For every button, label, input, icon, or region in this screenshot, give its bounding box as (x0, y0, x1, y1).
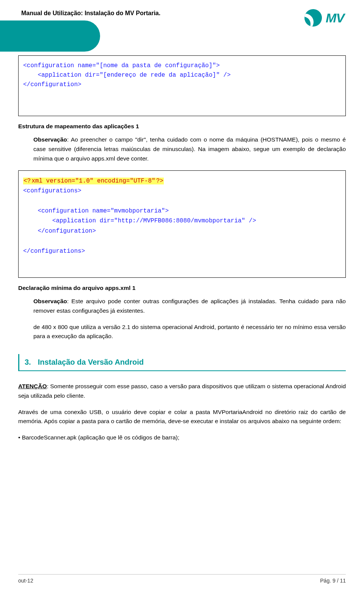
xml-decl-close: ?> (156, 178, 164, 184)
label-observacao: Observação (33, 136, 67, 143)
label-atencao: ATENÇÃO (18, 383, 47, 389)
code-line: <configuration name="[nome da pasta de c… (23, 61, 341, 71)
bullet-barcode-scanner: • BarcodeScanner.apk (aplicação que lê o… (18, 433, 346, 442)
code-attr: name="[nome da pasta de configuração]"> (78, 62, 220, 69)
mv-logo-icon (304, 9, 322, 27)
paragraph-text: : Somente prosseguir com esse passo, cas… (18, 383, 346, 399)
code-attr: dir="[endereço de rede da aplicação]" /> (85, 72, 231, 79)
code-box-structure: <configuration name="[nome da pasta de c… (18, 55, 346, 116)
mv-logo-text: MV (326, 11, 344, 25)
page-header: Manual de Utilização: Instalação do MV P… (18, 0, 346, 52)
section-heading-3: 3. Instalação da Versão Android (18, 354, 346, 371)
figure-caption-1: Estrutura de mapeamento das aplicações 1 (18, 123, 346, 130)
paragraph-screen-res: de 480 x 800 que utiliza a versão 2.1 do… (18, 323, 346, 342)
paragraph-observation-2: Observação: Este arquivo pode conter out… (18, 297, 346, 316)
code-line: <configurations> (23, 187, 82, 194)
paragraph-usb-copy: Através de uma conexão USB, o usuário de… (18, 408, 346, 427)
footer-page: Pág. 9 / 11 (320, 578, 346, 584)
code-line: <configuration name="mvmobportaria"> (23, 208, 169, 214)
mv-logo: MV (304, 9, 344, 27)
code-tag: <application (38, 72, 85, 79)
code-indent (23, 72, 38, 79)
code-line: </configuration> (23, 228, 96, 235)
paragraph-text: : Este arquivo pode conter outras config… (33, 298, 346, 314)
paragraph-atencao: ATENÇÃO: Somente prosseguir com esse pas… (18, 382, 346, 401)
code-line: <application dir="[endereço de rede da a… (23, 71, 341, 80)
code-line: </configurations> (23, 248, 85, 255)
content: <configuration name="[nome da pasta de c… (18, 55, 346, 442)
code-line: <application dir="http://MVPFB086:8080/m… (23, 217, 256, 224)
paragraph-text: : Ao preencher o campo "dir", tenha cuid… (33, 136, 346, 162)
page: Manual de Utilização: Instalação do MV P… (0, 0, 364, 592)
label-observacao: Observação (33, 298, 67, 304)
xml-decl-body: xml version="1.0" encoding="UTF-8" (31, 178, 155, 184)
paragraph-observation-1: Observação: Ao preencher o campo "dir", … (18, 135, 346, 163)
header-accent-tab (0, 20, 100, 52)
figure-caption-2: Declaração mínima do arquivo apps.xml 1 (18, 285, 346, 291)
header-left: Manual de Utilização: Instalação do MV P… (18, 7, 160, 52)
code-box-example: <?xml version="1.0" encoding="UTF-8"?> <… (18, 170, 346, 278)
section-title: Instalação da Versão Android (38, 358, 144, 367)
xml-decl-open: <? (23, 178, 31, 184)
code-line: </configuration> (23, 80, 341, 90)
footer-date: out-12 (18, 578, 33, 584)
code-tag: <configuration (23, 62, 78, 69)
page-footer: out-12 Pág. 9 / 11 (18, 574, 346, 584)
section-number: 3. (25, 358, 31, 367)
doc-title: Manual de Utilização: Instalação do MV P… (21, 10, 160, 17)
